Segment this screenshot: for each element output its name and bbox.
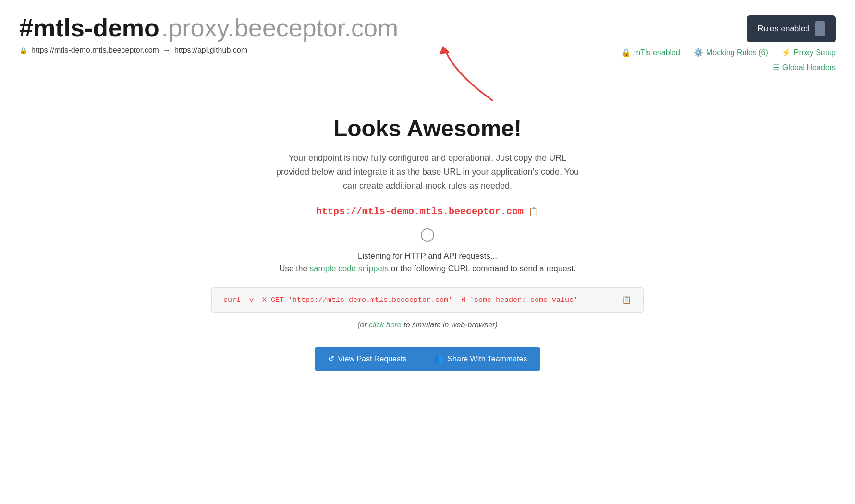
use-text: Use the sample code snippets or the foll… <box>279 264 575 274</box>
proxy-url-row: 🔒 https://mtls-demo.mtls.beeceptor.com →… <box>19 46 398 55</box>
mocking-rules-label: Mocking Rules (6) <box>706 48 768 57</box>
simulate-prefix: (or <box>357 321 369 329</box>
endpoint-url-display: https://mtls-demo.mtls.beeceptor.com 📋 <box>316 206 539 217</box>
rules-enabled-button[interactable]: Rules enabled <box>747 15 836 42</box>
page-description: Your endpoint is now fully configured an… <box>274 151 581 192</box>
global-headers-label: Global Headers <box>782 63 836 72</box>
share-with-teammates-button[interactable]: 👥 Share With Teammates <box>420 347 540 371</box>
top-controls: Rules enabled 🔒 mTls enabled ⚙️ Mocking … <box>622 13 836 72</box>
header: #mtls-demo .proxy.beeceptor.com 🔒 https:… <box>0 0 855 72</box>
use-text-suffix: or the following CURL command to send a … <box>389 264 576 273</box>
view-requests-label: View Past Requests <box>338 355 407 363</box>
mocking-rules-link[interactable]: ⚙️ Mocking Rules (6) <box>694 48 768 57</box>
sliders-icon: ⚡ <box>782 48 791 57</box>
nav-links-row2: ☰ Global Headers <box>773 63 836 72</box>
curl-command-text: curl -v -X GET 'https://mtls-demo.mtls.b… <box>223 296 578 304</box>
simulate-link[interactable]: click here <box>369 321 402 329</box>
endpoint-name: #mtls-demo <box>19 13 159 42</box>
view-requests-icon: ↺ <box>328 354 334 363</box>
copy-curl-icon[interactable]: 📋 <box>622 295 632 305</box>
share-icon: 👥 <box>434 354 443 363</box>
action-buttons: ↺ View Past Requests 👥 Share With Teamma… <box>315 347 541 371</box>
mtls-enabled-label: mTls enabled <box>634 48 680 57</box>
share-label: Share With Teammates <box>447 355 527 363</box>
use-text-prefix: Use the <box>279 264 309 273</box>
proxy-setup-label: Proxy Setup <box>794 48 836 57</box>
toggle-handle <box>815 21 825 36</box>
simulate-text: (or click here to simulate in web-browse… <box>357 321 498 329</box>
main-content: Looks Awesome! Your endpoint is now full… <box>0 115 855 371</box>
page-headline: Looks Awesome! <box>333 115 522 142</box>
nav-links-row: 🔒 mTls enabled ⚙️ Mocking Rules (6) ⚡ Pr… <box>622 48 836 57</box>
copy-url-icon[interactable]: 📋 <box>528 206 539 217</box>
status-indicator <box>421 228 434 242</box>
endpoint-url-text: https://mtls-demo.mtls.beeceptor.com <box>316 206 524 217</box>
endpoint-domain: .proxy.beeceptor.com <box>161 13 398 42</box>
simulate-suffix: to simulate in web-browser) <box>402 321 498 329</box>
view-past-requests-button[interactable]: ↺ View Past Requests <box>315 347 420 371</box>
rules-enabled-label: Rules enabled <box>757 24 810 34</box>
title-area: #mtls-demo .proxy.beeceptor.com 🔒 https:… <box>19 13 398 55</box>
gear-icon: ⚙️ <box>694 48 703 57</box>
proxy-setup-link[interactable]: ⚡ Proxy Setup <box>782 48 836 57</box>
lock-nav-icon: 🔒 <box>622 48 631 57</box>
mtls-enabled-link[interactable]: 🔒 mTls enabled <box>622 48 680 57</box>
sample-code-link[interactable]: sample code snippets <box>310 264 389 273</box>
list-icon: ☰ <box>773 63 780 72</box>
lock-icon: 🔒 <box>19 47 27 54</box>
title-row: #mtls-demo .proxy.beeceptor.com <box>19 13 398 42</box>
proxy-arrow: → <box>163 46 171 55</box>
proxy-target-url: https://api.github.com <box>174 46 247 55</box>
curl-command-block: curl -v -X GET 'https://mtls-demo.mtls.b… <box>211 287 644 313</box>
proxy-source-url: https://mtls-demo.mtls.beeceptor.com <box>31 46 159 55</box>
global-headers-link[interactable]: ☰ Global Headers <box>773 63 836 72</box>
listening-text: Listening for HTTP and API requests... <box>358 252 497 261</box>
